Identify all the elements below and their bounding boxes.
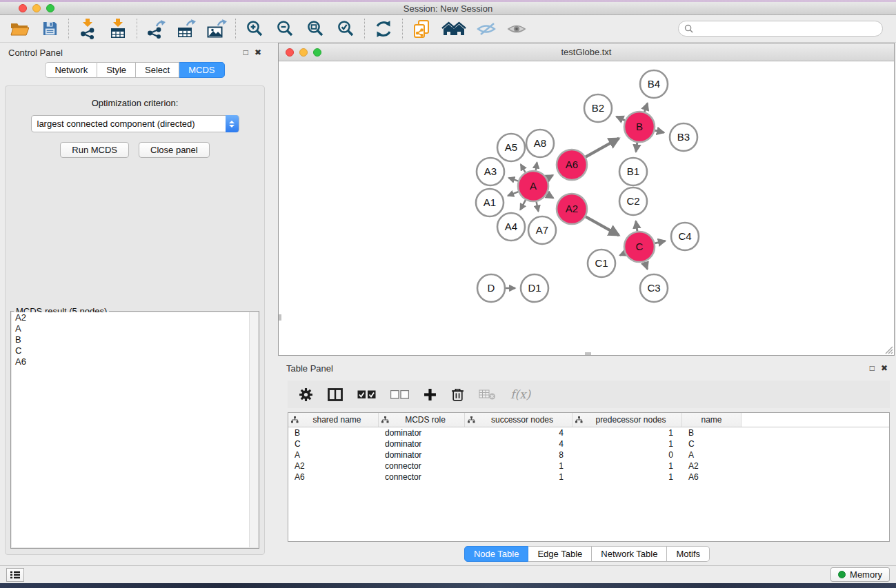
- criterion-dropdown[interactable]: largest connected component (directed): [31, 115, 239, 132]
- close-network-button[interactable]: [286, 48, 294, 57]
- tab-network[interactable]: Network: [45, 62, 97, 78]
- graph-node-B2[interactable]: B2: [584, 94, 612, 122]
- graph-edge-A2-C[interactable]: [586, 216, 619, 235]
- table-row[interactable]: A2connector11A2: [288, 460, 889, 472]
- zoom-out-button[interactable]: [272, 17, 297, 41]
- import-network-button[interactable]: [75, 17, 100, 41]
- graph-node-A4[interactable]: A4: [497, 213, 525, 241]
- minimize-network-button[interactable]: [299, 48, 308, 57]
- graph-edge-B-B2[interactable]: [617, 116, 625, 121]
- table-cell[interactable]: A2: [682, 461, 741, 471]
- graph-node-C4[interactable]: C4: [671, 223, 699, 250]
- mcds-result-item[interactable]: A6: [12, 356, 258, 367]
- search-input[interactable]: [697, 23, 877, 34]
- graph-node-C2[interactable]: C2: [619, 187, 647, 215]
- graph-edge-C-C2[interactable]: [636, 221, 637, 231]
- graph-edge-C-C4[interactable]: [655, 241, 665, 243]
- table-cell[interactable]: dominator: [379, 428, 465, 438]
- zoom-fit-button[interactable]: [303, 17, 328, 41]
- graph-edge-A-A8[interactable]: [536, 163, 537, 171]
- tab-edge-table[interactable]: Edge Table: [528, 546, 592, 562]
- table-cell[interactable]: 1: [573, 439, 682, 449]
- graph-node-B1[interactable]: B1: [619, 158, 647, 185]
- table-cell[interactable]: A6: [682, 472, 741, 482]
- home-button[interactable]: [439, 17, 468, 41]
- zoom-network-button[interactable]: [313, 48, 321, 57]
- tab-node-table[interactable]: Node Table: [464, 546, 529, 562]
- table-cell[interactable]: 0: [573, 450, 682, 460]
- float-panel-icon[interactable]: □: [870, 363, 875, 373]
- clone-network-button[interactable]: [409, 17, 434, 41]
- graph-edge-A-A3[interactable]: [509, 178, 519, 181]
- export-table-button[interactable]: [174, 17, 199, 41]
- table-cell[interactable]: 1: [465, 472, 573, 482]
- column-header-name[interactable]: name: [682, 413, 741, 427]
- canvas-scroll-marker[interactable]: [585, 352, 591, 355]
- table-row[interactable]: Cdominator41C: [288, 438, 889, 449]
- graph-edge-A-A5[interactable]: [521, 164, 526, 172]
- canvas-scroll-marker[interactable]: [279, 314, 281, 321]
- mcds-result-item[interactable]: A: [12, 323, 258, 334]
- graph-node-D1[interactable]: D1: [521, 274, 548, 302]
- table-cell[interactable]: 8: [465, 450, 573, 460]
- delete-column-button[interactable]: [451, 387, 464, 402]
- close-panel-icon[interactable]: ✖: [255, 48, 261, 57]
- tab-network-table[interactable]: Network Table: [592, 546, 667, 562]
- column-header-mcds-role[interactable]: MCDS role: [379, 413, 465, 427]
- deselect-all-button[interactable]: [390, 390, 409, 399]
- resize-grip[interactable]: [884, 345, 893, 354]
- mcds-result-item[interactable]: A2: [12, 312, 258, 323]
- column-header-shared-name[interactable]: shared name: [288, 413, 379, 427]
- show-graphics-details-button[interactable]: [504, 17, 529, 41]
- graph-edge-A-A2[interactable]: [547, 194, 553, 199]
- table-cell[interactable]: 4: [465, 439, 573, 449]
- column-visibility-button[interactable]: [328, 388, 343, 401]
- graph-node-B3[interactable]: B3: [670, 123, 697, 151]
- close-window-button[interactable]: [19, 4, 27, 12]
- mcds-result-item[interactable]: C: [12, 345, 258, 356]
- select-all-button[interactable]: [357, 390, 376, 399]
- graph-edge-B-B3[interactable]: [655, 130, 664, 132]
- network-canvas[interactable]: B4B2BB3B1A5A8A6A3AA1A4A7A2C2CC4C1C3DD1: [279, 61, 894, 355]
- table-cell[interactable]: 1: [573, 461, 682, 471]
- graph-edge-A-A7[interactable]: [537, 202, 539, 212]
- table-cell[interactable]: B: [288, 428, 379, 438]
- open-session-button[interactable]: [7, 17, 32, 41]
- table-cell[interactable]: C: [288, 439, 379, 449]
- export-image-button[interactable]: [204, 17, 229, 41]
- tab-style[interactable]: Style: [97, 62, 136, 78]
- table-cell[interactable]: 1: [465, 461, 573, 471]
- table-row[interactable]: Bdominator41B: [288, 427, 889, 438]
- table-cell[interactable]: dominator: [379, 439, 465, 449]
- tab-select[interactable]: Select: [136, 62, 179, 78]
- graph-node-A5[interactable]: A5: [497, 134, 525, 161]
- graph-edge-C-C3[interactable]: [645, 262, 648, 270]
- table-cell[interactable]: connector: [379, 461, 465, 471]
- graph-node-B4[interactable]: B4: [640, 70, 668, 98]
- graph-edge-A6-B[interactable]: [586, 139, 619, 157]
- graph-node-A8[interactable]: A8: [526, 130, 554, 157]
- close-panel-icon[interactable]: ✖: [881, 363, 888, 373]
- graph-edge-B-B1[interactable]: [636, 143, 637, 152]
- table-cell[interactable]: 4: [465, 428, 573, 438]
- mcds-result-list[interactable]: A2ABCA6: [12, 312, 258, 547]
- table-cell[interactable]: A6: [288, 472, 379, 482]
- hide-graphics-details-button[interactable]: [474, 17, 499, 41]
- refresh-layout-button[interactable]: [371, 17, 396, 41]
- zoom-in-button[interactable]: [242, 17, 267, 41]
- graph-node-C3[interactable]: C3: [640, 274, 668, 302]
- graph-node-A3[interactable]: A3: [477, 158, 504, 185]
- table-cell[interactable]: 1: [573, 428, 682, 438]
- graph-node-D[interactable]: D: [477, 274, 505, 302]
- graph-edge-A-A1[interactable]: [508, 192, 518, 196]
- mcds-result-item[interactable]: B: [12, 334, 258, 345]
- tab-mcds[interactable]: MCDS: [179, 62, 224, 78]
- graph-node-C[interactable]: C: [624, 232, 655, 262]
- graph-node-A1[interactable]: A1: [476, 189, 504, 216]
- graph-edge-C-C1[interactable]: [620, 253, 625, 255]
- float-panel-icon[interactable]: □: [243, 48, 248, 57]
- table-cell[interactable]: dominator: [379, 450, 465, 460]
- graph-node-A7[interactable]: A7: [528, 216, 556, 244]
- zoom-window-button[interactable]: [46, 4, 54, 12]
- graph-edge-B-B4[interactable]: [644, 103, 647, 112]
